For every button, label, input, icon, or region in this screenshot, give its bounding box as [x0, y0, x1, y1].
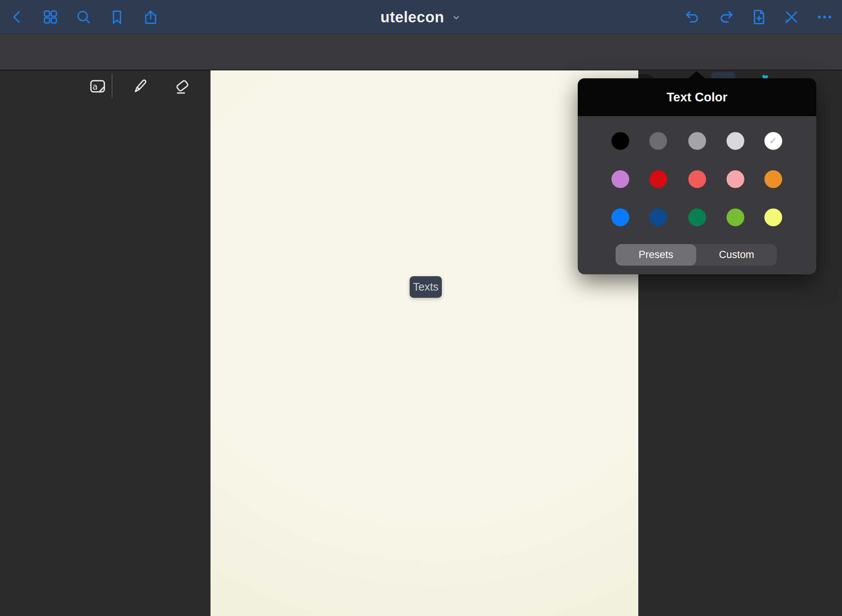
back-button[interactable]	[3, 0, 31, 34]
thumbnails-button[interactable]	[37, 0, 64, 34]
color-swatch[interactable]	[611, 132, 629, 150]
color-swatch-grid: ✓	[578, 78, 816, 241]
share-button[interactable]	[137, 0, 164, 34]
search-icon	[75, 9, 92, 25]
top-navigation-bar: utelecon	[0, 0, 842, 34]
add-page-icon	[750, 8, 767, 26]
tab-presets[interactable]: Presets	[616, 244, 696, 266]
thumbnails-grid-icon	[42, 9, 59, 25]
color-swatch[interactable]	[611, 208, 629, 226]
document-title[interactable]: utelecon	[380, 9, 444, 26]
stylus-cross-icon	[783, 8, 800, 26]
svg-text:a: a	[92, 82, 98, 92]
color-swatch[interactable]	[649, 132, 667, 150]
chevron-down-icon	[451, 12, 462, 24]
color-swatch[interactable]	[649, 170, 667, 188]
bookmark-button[interactable]	[103, 0, 131, 34]
popover-arrow	[688, 71, 705, 79]
color-swatch[interactable]	[764, 208, 782, 226]
eraser-icon	[172, 76, 192, 96]
toolbar-separator	[112, 73, 112, 98]
tab-custom[interactable]: Custom	[696, 244, 777, 266]
color-swatch[interactable]	[727, 170, 744, 188]
app-window: utelecon	[0, 0, 842, 616]
back-icon	[9, 9, 25, 25]
pen-tool[interactable]	[130, 76, 150, 96]
bookmark-icon	[109, 9, 125, 25]
color-swatch[interactable]: ✓	[764, 132, 782, 150]
view-mode-tool[interactable]: a	[87, 76, 107, 96]
view-mode-icon: a	[87, 76, 107, 96]
presets-custom-segmented-control: Presets Custom	[616, 244, 777, 266]
redo-button[interactable]	[712, 0, 739, 34]
share-icon	[142, 9, 159, 25]
color-swatch[interactable]	[688, 208, 706, 226]
selected-check-icon: ✓	[769, 136, 777, 146]
note-page-canvas[interactable]: Texts	[210, 70, 638, 616]
texts-label-text: Texts	[413, 281, 439, 293]
color-swatch[interactable]	[727, 132, 744, 150]
redo-icon	[717, 8, 734, 26]
tab-custom-label: Custom	[719, 249, 754, 261]
text-color-popover: Text Color ✓ Presets Custom	[578, 78, 816, 274]
color-swatch[interactable]	[727, 208, 744, 226]
tool-toolbar: a	[0, 34, 842, 70]
tab-presets-label: Presets	[639, 249, 674, 261]
add-page-button[interactable]	[745, 0, 772, 34]
texts-label[interactable]: Texts	[410, 276, 442, 298]
color-swatch[interactable]	[764, 170, 782, 188]
pen-icon	[130, 76, 150, 96]
search-button[interactable]	[70, 0, 97, 34]
color-swatch[interactable]	[611, 170, 629, 188]
eraser-tool[interactable]	[172, 76, 192, 96]
undo-button[interactable]	[679, 0, 706, 34]
color-swatch[interactable]	[649, 208, 667, 226]
more-button[interactable]	[811, 0, 838, 34]
color-swatch[interactable]	[688, 170, 706, 188]
stylus-button[interactable]	[778, 0, 805, 34]
color-swatch[interactable]	[688, 132, 706, 150]
undo-icon	[684, 8, 702, 26]
more-ellipsis-icon	[816, 8, 833, 26]
